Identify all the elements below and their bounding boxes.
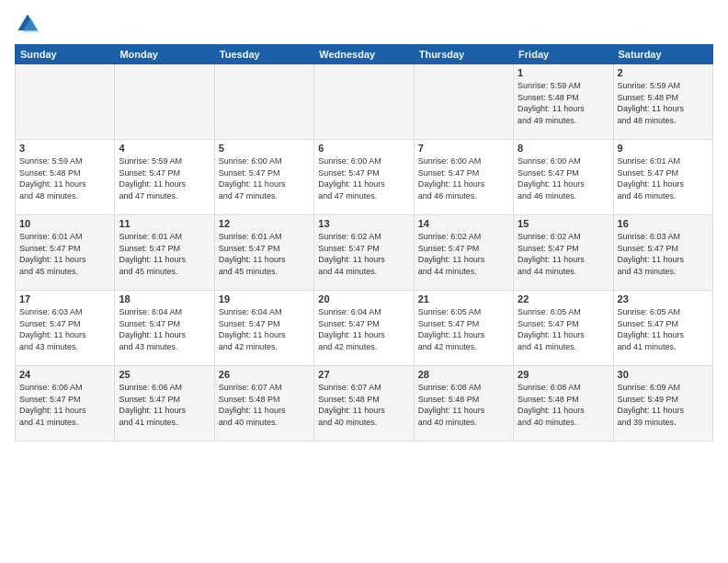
calendar-cell: 24Sunrise: 6:06 AM Sunset: 5:47 PM Dayli… (16, 366, 115, 442)
calendar-header-wednesday: Wednesday (314, 45, 414, 64)
calendar-cell: 17Sunrise: 6:03 AM Sunset: 5:47 PM Dayli… (16, 291, 115, 366)
day-number: 29 (518, 369, 609, 380)
calendar-cell (214, 64, 313, 140)
calendar-cell: 25Sunrise: 6:06 AM Sunset: 5:47 PM Dayli… (115, 366, 214, 442)
day-number: 4 (119, 143, 210, 154)
calendar-cell: 13Sunrise: 6:02 AM Sunset: 5:47 PM Dayli… (314, 215, 414, 291)
day-number: 7 (418, 143, 509, 154)
calendar-week-3: 10Sunrise: 6:01 AM Sunset: 5:47 PM Dayli… (16, 215, 713, 291)
day-number: 20 (318, 293, 409, 304)
calendar-cell: 30Sunrise: 6:09 AM Sunset: 5:49 PM Dayli… (613, 366, 712, 442)
calendar-cell: 20Sunrise: 6:04 AM Sunset: 5:47 PM Dayli… (314, 291, 414, 366)
day-info: Sunrise: 6:01 AM Sunset: 5:47 PM Dayligh… (119, 231, 210, 277)
day-number: 23 (618, 293, 709, 304)
day-number: 11 (119, 218, 210, 229)
calendar-cell: 22Sunrise: 6:05 AM Sunset: 5:47 PM Dayli… (514, 291, 613, 366)
calendar-cell: 28Sunrise: 6:08 AM Sunset: 5:48 PM Dayli… (414, 366, 513, 442)
calendar-cell: 19Sunrise: 6:04 AM Sunset: 5:47 PM Dayli… (214, 291, 313, 366)
calendar-cell: 14Sunrise: 6:02 AM Sunset: 5:47 PM Dayli… (414, 215, 513, 291)
calendar-cell (16, 64, 115, 140)
day-number: 22 (518, 293, 609, 304)
day-number: 19 (219, 293, 310, 304)
day-info: Sunrise: 6:00 AM Sunset: 5:47 PM Dayligh… (318, 155, 409, 201)
day-info: Sunrise: 6:06 AM Sunset: 5:47 PM Dayligh… (19, 382, 110, 428)
day-info: Sunrise: 6:05 AM Sunset: 5:47 PM Dayligh… (518, 306, 609, 352)
calendar-cell: 10Sunrise: 6:01 AM Sunset: 5:47 PM Dayli… (16, 215, 115, 291)
day-number: 18 (119, 293, 210, 304)
calendar-cell: 3Sunrise: 5:59 AM Sunset: 5:48 PM Daylig… (16, 140, 115, 215)
calendar-cell: 16Sunrise: 6:03 AM Sunset: 5:47 PM Dayli… (613, 215, 712, 291)
day-number: 21 (418, 293, 509, 304)
day-number: 2 (618, 67, 709, 78)
day-number: 28 (418, 369, 509, 380)
calendar-cell (115, 64, 214, 140)
day-number: 12 (219, 218, 310, 229)
day-number: 8 (518, 143, 609, 154)
calendar-cell: 7Sunrise: 6:00 AM Sunset: 5:47 PM Daylig… (414, 140, 513, 215)
day-info: Sunrise: 6:00 AM Sunset: 5:47 PM Dayligh… (219, 155, 310, 201)
day-number: 17 (19, 293, 110, 304)
day-number: 24 (19, 369, 110, 380)
page: SundayMondayTuesdayWednesdayThursdayFrid… (0, 0, 728, 563)
calendar-week-1: 1Sunrise: 5:59 AM Sunset: 5:48 PM Daylig… (16, 64, 713, 140)
day-number: 15 (518, 218, 609, 229)
day-info: Sunrise: 5:59 AM Sunset: 5:48 PM Dayligh… (618, 80, 709, 126)
calendar-cell: 9Sunrise: 6:01 AM Sunset: 5:47 PM Daylig… (613, 140, 712, 215)
day-info: Sunrise: 6:04 AM Sunset: 5:47 PM Dayligh… (119, 306, 210, 352)
day-info: Sunrise: 6:00 AM Sunset: 5:47 PM Dayligh… (418, 155, 509, 201)
logo-icon (15, 11, 40, 37)
day-number: 14 (418, 218, 509, 229)
day-info: Sunrise: 6:02 AM Sunset: 5:47 PM Dayligh… (318, 231, 409, 277)
day-info: Sunrise: 6:07 AM Sunset: 5:48 PM Dayligh… (318, 382, 409, 428)
calendar-cell: 2Sunrise: 5:59 AM Sunset: 5:48 PM Daylig… (613, 64, 712, 140)
day-info: Sunrise: 6:01 AM Sunset: 5:47 PM Dayligh… (618, 155, 709, 201)
day-info: Sunrise: 6:04 AM Sunset: 5:47 PM Dayligh… (318, 306, 409, 352)
day-number: 13 (318, 218, 409, 229)
header (15, 11, 713, 37)
day-info: Sunrise: 6:06 AM Sunset: 5:47 PM Dayligh… (119, 382, 210, 428)
calendar-cell: 27Sunrise: 6:07 AM Sunset: 5:48 PM Dayli… (314, 366, 414, 442)
day-number: 30 (618, 369, 709, 380)
calendar-week-2: 3Sunrise: 5:59 AM Sunset: 5:48 PM Daylig… (16, 140, 713, 215)
day-info: Sunrise: 6:05 AM Sunset: 5:47 PM Dayligh… (618, 306, 709, 352)
calendar-cell: 6Sunrise: 6:00 AM Sunset: 5:47 PM Daylig… (314, 140, 414, 215)
calendar-header-sunday: Sunday (16, 45, 115, 64)
calendar-cell: 12Sunrise: 6:01 AM Sunset: 5:47 PM Dayli… (214, 215, 313, 291)
calendar-cell: 8Sunrise: 6:00 AM Sunset: 5:47 PM Daylig… (514, 140, 613, 215)
logo (15, 11, 44, 37)
calendar-cell: 23Sunrise: 6:05 AM Sunset: 5:47 PM Dayli… (613, 291, 712, 366)
day-info: Sunrise: 6:07 AM Sunset: 5:48 PM Dayligh… (219, 382, 310, 428)
calendar-week-4: 17Sunrise: 6:03 AM Sunset: 5:47 PM Dayli… (16, 291, 713, 366)
calendar-cell: 26Sunrise: 6:07 AM Sunset: 5:48 PM Dayli… (214, 366, 313, 442)
calendar-cell (414, 64, 513, 140)
calendar-cell: 29Sunrise: 6:08 AM Sunset: 5:48 PM Dayli… (514, 366, 613, 442)
calendar-header-thursday: Thursday (414, 45, 513, 64)
day-info: Sunrise: 5:59 AM Sunset: 5:48 PM Dayligh… (19, 155, 110, 201)
day-number: 27 (318, 369, 409, 380)
calendar: SundayMondayTuesdayWednesdayThursdayFrid… (15, 44, 713, 442)
day-info: Sunrise: 6:00 AM Sunset: 5:47 PM Dayligh… (518, 155, 609, 201)
day-info: Sunrise: 5:59 AM Sunset: 5:48 PM Dayligh… (518, 80, 609, 126)
day-number: 16 (618, 218, 709, 229)
day-number: 6 (318, 143, 409, 154)
day-number: 1 (518, 67, 609, 78)
calendar-header-saturday: Saturday (613, 45, 712, 64)
day-info: Sunrise: 6:04 AM Sunset: 5:47 PM Dayligh… (219, 306, 310, 352)
calendar-cell: 11Sunrise: 6:01 AM Sunset: 5:47 PM Dayli… (115, 215, 214, 291)
calendar-cell: 21Sunrise: 6:05 AM Sunset: 5:47 PM Dayli… (414, 291, 513, 366)
day-info: Sunrise: 6:05 AM Sunset: 5:47 PM Dayligh… (418, 306, 509, 352)
calendar-week-5: 24Sunrise: 6:06 AM Sunset: 5:47 PM Dayli… (16, 366, 713, 442)
day-info: Sunrise: 6:02 AM Sunset: 5:47 PM Dayligh… (518, 231, 609, 277)
calendar-cell: 5Sunrise: 6:00 AM Sunset: 5:47 PM Daylig… (214, 140, 313, 215)
day-info: Sunrise: 6:09 AM Sunset: 5:49 PM Dayligh… (618, 382, 709, 428)
day-info: Sunrise: 6:01 AM Sunset: 5:47 PM Dayligh… (219, 231, 310, 277)
day-info: Sunrise: 6:08 AM Sunset: 5:48 PM Dayligh… (418, 382, 509, 428)
day-number: 9 (618, 143, 709, 154)
calendar-header-friday: Friday (514, 45, 613, 64)
calendar-header-row: SundayMondayTuesdayWednesdayThursdayFrid… (16, 45, 713, 64)
calendar-cell: 1Sunrise: 5:59 AM Sunset: 5:48 PM Daylig… (514, 64, 613, 140)
calendar-cell: 18Sunrise: 6:04 AM Sunset: 5:47 PM Dayli… (115, 291, 214, 366)
day-number: 26 (219, 369, 310, 380)
day-number: 10 (19, 218, 110, 229)
calendar-cell (314, 64, 414, 140)
